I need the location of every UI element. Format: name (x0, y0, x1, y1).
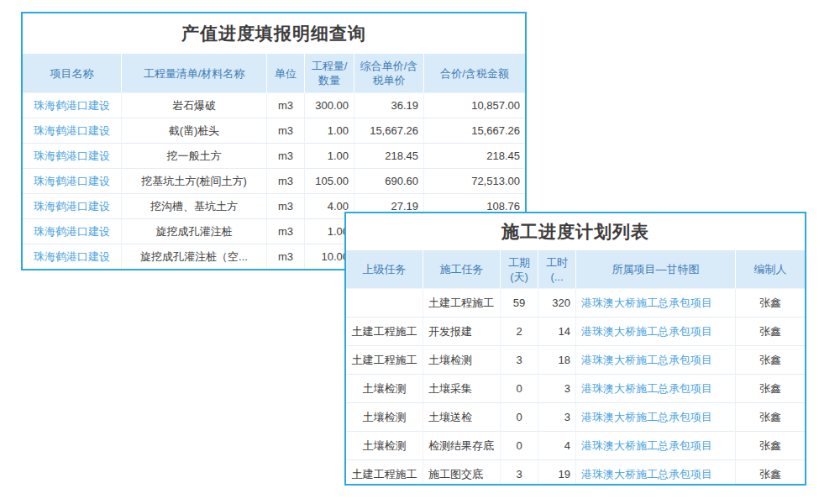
column-header-parent-task: 上级任务 (346, 250, 423, 289)
parent-task-cell: 土建工程施工 (346, 460, 423, 486)
column-header-gantt: 所属项目—甘特图 (576, 250, 736, 289)
unit-cell: m3 (267, 244, 305, 270)
material-cell: 挖沟槽、基坑土方 (122, 194, 267, 219)
column-header-task: 施工任务 (423, 250, 501, 289)
duration-cell: 2 (501, 318, 538, 346)
material-cell: 截(凿)桩头 (122, 118, 267, 144)
task-cell: 土壤送检 (423, 403, 501, 432)
duration-cell: 59 (501, 289, 538, 318)
table-row: 土壤检测 土壤送检 0 3 港珠澳大桥施工总承包项目 张鑫 (346, 403, 805, 432)
author-cell: 张鑫 (736, 375, 805, 403)
qty-cell: 1.00 (305, 118, 354, 144)
author-cell: 张鑫 (736, 346, 805, 375)
task-cell: 检测结果存底 (423, 432, 501, 460)
parent-task-cell: 土壤检测 (346, 403, 423, 432)
unit-cell: m3 (267, 144, 305, 169)
column-header-hours: 工时 (... (538, 250, 576, 289)
table-row: 土壤检测 检测结果存底 0 4 港珠澳大桥施工总承包项目 张鑫 (346, 432, 805, 460)
hours-cell: 3 (538, 375, 576, 403)
project-link[interactable]: 珠海鹤港口建设 (34, 99, 110, 112)
table-row: 珠海鹤港口建设 截(凿)桩头 m3 1.00 15,667.26 15,667.… (23, 118, 525, 144)
parent-task-cell: 土建工程施工 (346, 318, 423, 346)
total-cell: 72,513.00 (424, 169, 525, 194)
material-cell: 挖基坑土方(桩间土方) (122, 169, 267, 194)
page: 产值进度填报明细查询 项目名称 工程量清单/材料名称 单位 工程量/ 数量 综合… (0, 0, 840, 504)
task-cell: 施工图交底 (423, 460, 501, 486)
hours-cell: 320 (538, 289, 576, 318)
gantt-project-link[interactable]: 港珠澳大桥施工总承包项目 (581, 297, 712, 309)
project-link[interactable]: 珠海鹤港口建设 (34, 175, 110, 187)
material-cell: 旋挖成孔灌注桩 (122, 219, 267, 244)
gantt-project-link[interactable]: 港珠澳大桥施工总承包项目 (581, 439, 712, 452)
table-row: 土建工程施工 开发报建 2 14 港珠澳大桥施工总承包项目 张鑫 (346, 318, 805, 346)
project-link[interactable]: 珠海鹤港口建设 (34, 225, 110, 238)
author-cell: 张鑫 (736, 318, 805, 346)
column-header-author: 编制人 (736, 250, 805, 289)
duration-cell: 0 (501, 375, 538, 403)
task-cell: 土壤检测 (423, 346, 501, 375)
table-row: 珠海鹤港口建设 岩石爆破 m3 300.00 36.19 10,857.00 (23, 93, 525, 118)
duration-cell: 0 (501, 432, 538, 460)
qty-cell: 300.00 (305, 93, 354, 118)
gantt-project-link[interactable]: 港珠澳大桥施工总承包项目 (581, 325, 712, 338)
schedule-panel: 施工进度计划列表 上级任务 施工任务 工期 (天) 工时 (... 所属项目—甘… (344, 212, 806, 486)
material-cell: 岩石爆破 (122, 93, 267, 118)
project-link[interactable]: 珠海鹤港口建设 (34, 200, 110, 213)
author-cell: 张鑫 (736, 432, 805, 460)
unit-cell: m3 (267, 169, 305, 194)
parent-task-cell: 土建工程施工 (346, 346, 423, 375)
price-cell: 690.60 (354, 169, 424, 194)
unit-cell: m3 (267, 219, 305, 244)
price-cell: 36.19 (354, 93, 424, 118)
author-cell: 张鑫 (736, 289, 805, 318)
hours-cell: 19 (538, 460, 576, 486)
duration-cell: 3 (501, 460, 538, 486)
column-header-qty: 工程量/ 数量 (305, 54, 354, 93)
table-row: 珠海鹤港口建设 挖一般土方 m3 1.00 218.45 218.45 (23, 144, 525, 169)
qty-cell: 105.00 (305, 169, 354, 194)
table-row: 土建工程施工 施工图交底 3 19 港珠澳大桥施工总承包项目 张鑫 (346, 460, 805, 486)
total-cell: 10,857.00 (424, 93, 525, 118)
author-cell: 张鑫 (736, 460, 805, 486)
table-row: 土建工程施工 土壤检测 3 18 港珠澳大桥施工总承包项目 张鑫 (346, 346, 805, 375)
gantt-project-link[interactable]: 港珠澳大桥施工总承包项目 (581, 382, 712, 395)
material-cell: 挖一般土方 (122, 144, 267, 169)
hours-cell: 14 (538, 318, 576, 346)
task-cell: 开发报建 (423, 318, 501, 346)
price-cell: 218.45 (354, 144, 424, 169)
parent-task-cell: 土壤检测 (346, 375, 423, 403)
hours-cell: 4 (538, 432, 576, 460)
task-cell: 土建工程施工 (423, 289, 501, 318)
column-header-unit: 单位 (267, 54, 305, 93)
hours-cell: 18 (538, 346, 576, 375)
schedule-header-row: 上级任务 施工任务 工期 (天) 工时 (... 所属项目—甘特图 编制人 (346, 250, 805, 289)
project-link[interactable]: 珠海鹤港口建设 (34, 250, 110, 263)
project-link[interactable]: 珠海鹤港口建设 (34, 150, 110, 162)
column-header-material: 工程量清单/材料名称 (122, 54, 267, 93)
project-link[interactable]: 珠海鹤港口建设 (34, 124, 110, 137)
unit-cell: m3 (267, 118, 305, 144)
price-cell: 15,667.26 (354, 118, 424, 144)
column-header-duration: 工期 (天) (501, 250, 538, 289)
unit-cell: m3 (267, 93, 305, 118)
column-header-price: 综合单价/含 税单价 (354, 54, 424, 93)
table-row: 珠海鹤港口建设 挖基坑土方(桩间土方) m3 105.00 690.60 72,… (23, 169, 525, 194)
author-cell: 张鑫 (736, 403, 805, 432)
total-cell: 218.45 (424, 144, 525, 169)
gantt-project-link[interactable]: 港珠澳大桥施工总承包项目 (581, 468, 712, 480)
schedule-table: 上级任务 施工任务 工期 (天) 工时 (... 所属项目—甘特图 编制人 土建… (346, 250, 805, 486)
schedule-title: 施工进度计划列表 (346, 213, 805, 250)
task-cell: 土壤采集 (423, 375, 501, 403)
parent-task-cell (346, 289, 423, 318)
table-row: 土壤检测 土壤采集 0 3 港珠澳大桥施工总承包项目 张鑫 (346, 375, 805, 403)
gantt-project-link[interactable]: 港珠澳大桥施工总承包项目 (581, 411, 712, 423)
duration-cell: 0 (501, 403, 538, 432)
gantt-project-link[interactable]: 港珠澳大桥施工总承包项目 (581, 354, 712, 366)
hours-cell: 3 (538, 403, 576, 432)
unit-cell: m3 (267, 194, 305, 219)
total-cell: 15,667.26 (424, 118, 525, 144)
table-row: 土建工程施工 59 320 港珠澳大桥施工总承包项目 张鑫 (346, 289, 805, 318)
duration-cell: 3 (501, 346, 538, 375)
value-detail-header-row: 项目名称 工程量清单/材料名称 单位 工程量/ 数量 综合单价/含 税单价 合价… (23, 54, 525, 93)
parent-task-cell: 土壤检测 (346, 432, 423, 460)
